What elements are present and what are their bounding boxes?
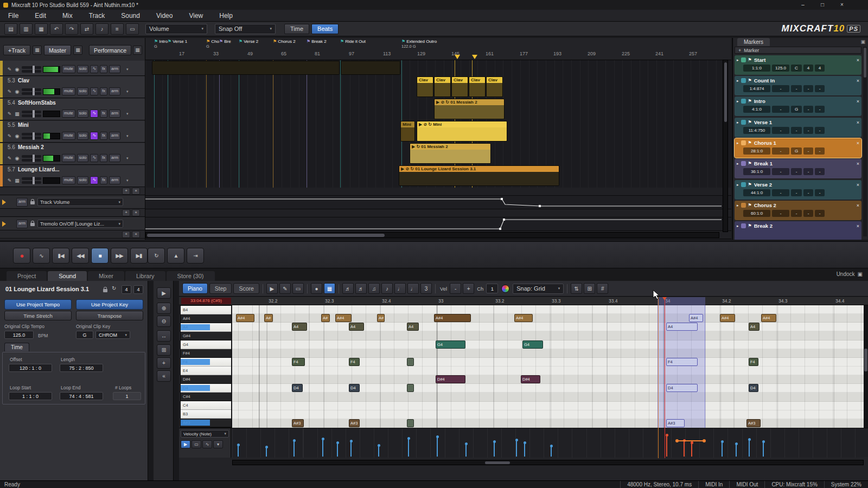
menu-item[interactable]: Mix	[54, 10, 81, 22]
audio-midi-clip[interactable]: ▶ ↻ 01 Messiah 2	[410, 143, 491, 164]
record-notes-toggle[interactable]: ●	[311, 283, 322, 294]
chevron-down-icon[interactable]: ▾	[126, 156, 129, 160]
minimize-button[interactable]: –	[793, 0, 813, 10]
velocity-stem[interactable]	[684, 440, 685, 457]
track-name[interactable]: Lounge Lizard...	[18, 166, 60, 172]
chevron-down-icon[interactable]: ▾	[126, 112, 129, 116]
menu-item[interactable]: Track	[81, 10, 113, 22]
arm-button[interactable]: arm	[109, 132, 120, 140]
marker-meter-upper-field[interactable]: -	[803, 85, 813, 92]
fx-button[interactable]: fx	[100, 65, 107, 73]
marker-name[interactable]: Break 1	[754, 160, 854, 166]
lock-icon[interactable]	[30, 201, 35, 204]
midi-note[interactable]: A#3	[666, 419, 685, 427]
piano-roll-vertical-scrollbar[interactable]	[864, 305, 868, 428]
midi-note[interactable]: A#	[321, 314, 330, 322]
delete-marker-icon[interactable]: ×	[857, 140, 859, 146]
arrange-area[interactable]: ⚑Intro G ⚑Verse 1 ⚑Cho G ⚑Bre	[145, 38, 731, 240]
marker-meter-lower-field[interactable]: -	[815, 168, 825, 175]
marker-key-field[interactable]: -	[791, 85, 802, 92]
open-project-icon[interactable]: ▥	[20, 23, 33, 35]
automation-curve-button[interactable]: ∿	[90, 132, 98, 140]
marker-tempo-field[interactable]: -	[772, 147, 789, 155]
marker-color-chip[interactable]	[741, 161, 746, 166]
marker-time-field[interactable]: 11:4:750	[743, 127, 770, 134]
velocity-lane[interactable]: Velocity (Note)▾ ▶ ▭ ∿ ▾	[179, 428, 868, 457]
delete-marker-icon[interactable]: ×	[857, 99, 859, 104]
note-color-wheel[interactable]	[501, 285, 509, 293]
delete-marker-icon[interactable]: ×	[857, 57, 859, 63]
menu-item[interactable]: Sound	[113, 10, 148, 22]
automation-curve-button[interactable]: ∿	[90, 87, 98, 95]
arrange-horizontal-scrollbar[interactable]	[145, 232, 719, 238]
track-header[interactable]: 5.6Messiah 2 ✎ ◉ mute solo ∿ fx arm ▾	[0, 143, 145, 165]
audio-midi-clip[interactable]	[341, 61, 400, 75]
playhead-marker[interactable]	[662, 297, 667, 300]
piano-key[interactable]: A#3	[181, 419, 231, 427]
freeze-pencil-icon[interactable]: ✎	[7, 178, 12, 183]
marker-time-field[interactable]: 44:1:0	[743, 189, 770, 196]
marker-meter-upper-field[interactable]: -	[803, 210, 813, 217]
timeline-marker-flag[interactable]: ⚑Chorus 2	[273, 39, 296, 44]
lane-arm-button[interactable]: arm	[16, 220, 28, 228]
velocity-minus-button[interactable]: -	[450, 283, 461, 294]
marker-color-chip[interactable]	[741, 182, 746, 187]
timeline-marker-flag[interactable]: ⚑Break 2	[307, 39, 327, 44]
note-duration-button[interactable]: ♩	[394, 283, 406, 294]
midi-note[interactable]: A4	[292, 323, 307, 331]
velocity-mode-dropdown[interactable]: Velocity (Note)▾	[181, 430, 229, 438]
marker-meter-lower-field[interactable]: -	[815, 147, 825, 155]
velocity-stem[interactable]	[322, 439, 323, 457]
instrument-icon[interactable]: ▦	[14, 178, 20, 183]
marker-row[interactable]: ▸ ⚑ Verse 2 × 44:1:0 - - - -	[735, 180, 861, 200]
go-to-start-button[interactable]: ▮◀	[52, 248, 69, 264]
marker-color-chip[interactable]	[741, 78, 746, 83]
marker-meter-lower-field[interactable]: 4	[815, 65, 825, 72]
loop-start-field[interactable]: 1 : 1 : 0	[9, 392, 52, 400]
marker-name[interactable]: Verse 1	[754, 119, 854, 125]
snap-grid-dropdown[interactable]: Snap: Grid▾	[513, 284, 564, 294]
delete-marker-icon[interactable]: ×	[857, 161, 859, 166]
marker-row[interactable]: ▸ ⚑ Break 1 × 36:1:0 - - - -	[735, 159, 861, 178]
arm-button[interactable]: arm	[109, 110, 120, 118]
velocity-stem[interactable]	[350, 441, 352, 457]
panel-tab[interactable]: Project	[7, 271, 47, 281]
add-marker-button[interactable]: +Marker	[735, 47, 861, 54]
add-track-button[interactable]: +Track	[3, 45, 30, 55]
fx-button[interactable]: fx	[100, 176, 107, 184]
midi-note[interactable]	[407, 358, 414, 366]
solo-button[interactable]: solo	[77, 132, 89, 140]
audio-midi-clip[interactable]: Clav	[486, 76, 503, 97]
audio-midi-clip[interactable]: Clav	[469, 76, 486, 97]
marker-meter-lower-field[interactable]: -	[815, 127, 825, 134]
expand-chevron-icon[interactable]: ▸	[737, 183, 739, 187]
loop-point-flag[interactable]	[472, 55, 477, 59]
marker-meter-upper-field[interactable]: -	[803, 147, 813, 155]
velocity-play-button[interactable]: ▶	[181, 440, 190, 448]
timeline-marker-flag[interactable]: ⚑Bre	[219, 39, 231, 44]
freeze-pencil-icon[interactable]: ✎	[7, 133, 12, 139]
automation-curve-button[interactable]: ∿	[90, 154, 98, 162]
marker-time-field[interactable]: 1:4:874	[743, 85, 770, 92]
track-header[interactable]: 5.7Lounge Lizard... ✎ ▦ mute solo ∿ fx a…	[0, 165, 145, 187]
marker-key-field[interactable]: -	[791, 210, 802, 217]
midi-note[interactable]: A#4	[720, 314, 735, 322]
velocity-stem[interactable]	[437, 436, 438, 457]
solo-button[interactable]: solo	[77, 110, 89, 118]
track-name[interactable]: Mini	[18, 122, 29, 128]
markers-scrollbar[interactable]	[863, 47, 867, 236]
master-track-button[interactable]: Master	[44, 45, 71, 55]
marker-meter-upper-field[interactable]: 4	[803, 65, 813, 72]
marker-row[interactable]: ▸ ⚑ Start × 1:1:0 125.0 C 4 4	[735, 55, 861, 75]
instrument-icon[interactable]: ◉	[14, 133, 20, 139]
fx-button[interactable]: fx	[100, 110, 107, 118]
automation-parameter-dropdown[interactable]: Volume▾	[145, 24, 207, 34]
arm-button[interactable]: arm	[109, 176, 120, 184]
midi-note[interactable]: A#4	[761, 314, 776, 322]
marker-name[interactable]: Chorus 2	[754, 202, 854, 208]
timeline-marker-flag[interactable]: ⚑Extended Outro 122.0 G	[401, 39, 437, 49]
velocity-stem[interactable]	[691, 442, 692, 457]
delete-marker-icon[interactable]: ×	[857, 223, 859, 229]
velocity-options-dropdown[interactable]: ▾	[213, 440, 223, 448]
piano-key[interactable]: G#4	[181, 332, 231, 341]
